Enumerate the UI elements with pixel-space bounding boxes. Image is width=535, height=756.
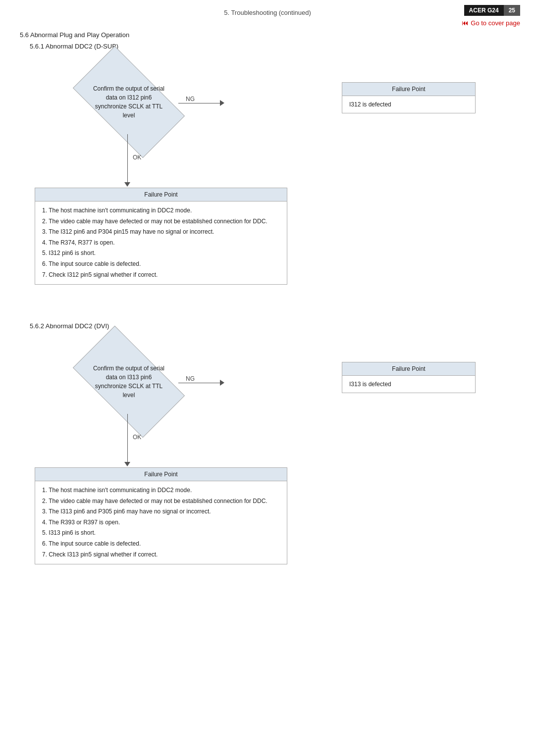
- list-item: 4. The R393 or R397 is open.: [42, 517, 280, 528]
- cover-page-link[interactable]: ⏮ Go to cover page: [462, 19, 520, 27]
- list-item: 6. The input source cable is defected.: [42, 259, 280, 270]
- ok-label-1: OK: [133, 154, 141, 161]
- ng-arrowhead-2: [220, 380, 224, 386]
- fp-box-top-header-1: Failure Point: [342, 83, 475, 96]
- list-item: 4. The R374, R377 is open.: [42, 238, 280, 249]
- diamond-2: Confirm the output of serial data on I31…: [74, 350, 183, 414]
- fp-box-bottom-2: Failure Point 1. The host machine isn't …: [35, 467, 287, 564]
- ng-arrow-h-1: [178, 103, 223, 103]
- fp-box-top-body-2: I313 is defected: [342, 376, 475, 393]
- fp-list-2: 1. The host machine isn't communicating …: [35, 481, 287, 564]
- list-item: 7. Check I312 pin5 signal whether if cor…: [42, 270, 280, 281]
- ng-arrow-h-2: [178, 383, 223, 383]
- list-item: 2. The video cable may have defected or …: [42, 496, 280, 507]
- list-item: 5. I313 pin6 is short.: [42, 528, 280, 539]
- list-item: 6. The input source cable is defected.: [42, 539, 280, 550]
- subsection-562-heading: 5.6.2 Abnormal DDC2 (DVI): [30, 322, 535, 330]
- list-item: 3. The I312 pin6 and P304 pin15 may have…: [42, 227, 280, 238]
- list-item: 5. I312 pin6 is short.: [42, 248, 280, 259]
- header-badge: ACER G24 25: [464, 5, 520, 16]
- list-item: 2. The video cable may have defected or …: [42, 216, 280, 227]
- list-item: 1. The host machine isn't communicating …: [42, 205, 280, 216]
- fp-box-bottom-1: Failure Point 1. The host machine isn't …: [35, 188, 287, 285]
- fp-box-top-2: Failure Point I313 is defected: [342, 362, 476, 393]
- ng-label-2: NG: [186, 375, 195, 382]
- fp-box-top-1: Failure Point I312 is defected: [342, 82, 476, 113]
- ok-arrowhead-2: [124, 462, 130, 466]
- list-item: 7. Check I313 pin5 signal whether if cor…: [42, 550, 280, 560]
- page-header: 5. Troubleshooting (continued) ACER G24 …: [0, 0, 535, 16]
- fp-box-bottom-header-2: Failure Point: [35, 468, 287, 481]
- diamond-1: Confirm the output of serial data on I31…: [74, 70, 183, 134]
- header-title: 5. Troubleshooting (continued): [224, 9, 311, 16]
- ng-arrowhead-1: [220, 100, 224, 106]
- ok-arrow-v-2: [127, 414, 128, 463]
- page-number: 25: [504, 5, 520, 16]
- header-right: ACER G24 25 ⏮ Go to cover page: [462, 5, 520, 27]
- fp-list-1: 1. The host machine isn't communicating …: [35, 202, 287, 284]
- list-item: 3. The I313 pin6 and P305 pin6 may have …: [42, 506, 280, 517]
- ok-arrowhead-1: [124, 182, 130, 187]
- section-56-heading: 5.6 Abnormal Plug and Play Operation: [20, 31, 535, 39]
- flowchart-1: Confirm the output of serial data on I31…: [20, 55, 515, 317]
- ok-arrow-v-1: [127, 134, 128, 184]
- brand-label: ACER G24: [464, 5, 504, 16]
- ok-label-2: OK: [133, 434, 141, 441]
- diamond-text-2: Confirm the output of serial data on I31…: [84, 364, 173, 400]
- fp-box-top-header-2: Failure Point: [342, 362, 475, 376]
- skip-to-start-icon: ⏮: [462, 19, 469, 27]
- subsection-561-heading: 5.6.1 Abnormal DDC2 (D-SUB): [30, 43, 535, 50]
- list-item: 1. The host machine isn't communicating …: [42, 485, 280, 496]
- ng-label-1: NG: [186, 96, 195, 102]
- diamond-text-1: Confirm the output of serial data on I31…: [84, 84, 173, 120]
- flowchart-2: Confirm the output of serial data on I31…: [20, 335, 515, 592]
- fp-box-top-body-1: I312 is defected: [342, 96, 475, 113]
- fp-box-bottom-header-1: Failure Point: [35, 188, 287, 202]
- cover-link-label: Go to cover page: [471, 19, 520, 27]
